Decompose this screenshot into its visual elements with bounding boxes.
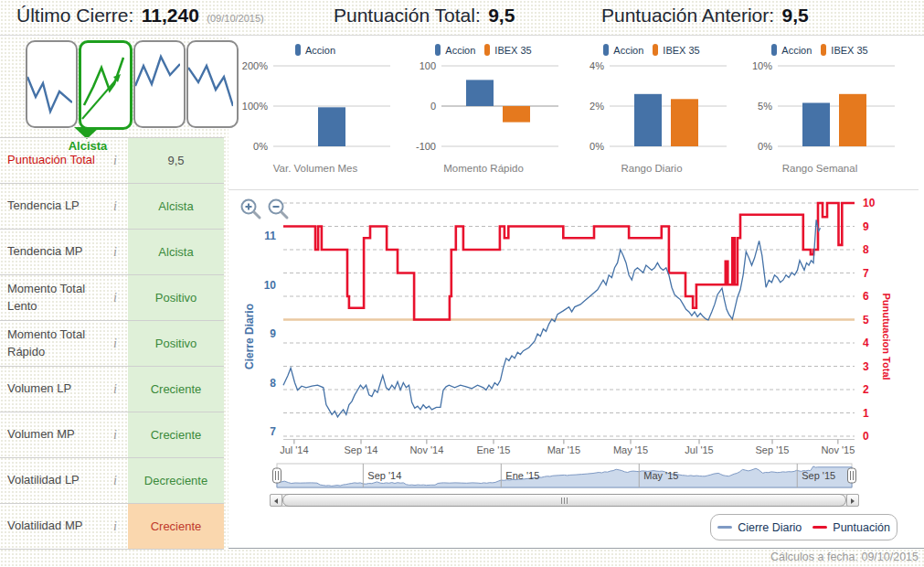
table-row: Puntuación Total i 9,5 <box>0 138 224 184</box>
x-axis-label: Nov '14 <box>409 444 443 455</box>
trend-zigzag-up-icon <box>81 43 124 122</box>
indicator-label: Momento Total Lento <box>0 281 102 316</box>
table-row: Volumen MP i Creciente <box>0 412 224 458</box>
chart-title: Rango Semanal <box>736 163 904 174</box>
right-axis-label: 2 <box>863 383 869 396</box>
info-icon[interactable]: i <box>102 428 128 443</box>
handle-grip[interactable] <box>848 468 856 483</box>
info-icon[interactable]: i <box>102 291 128 305</box>
indicator-value: Creciente <box>128 412 224 457</box>
info-icon[interactable]: i <box>102 154 128 168</box>
axis-tick-label: 0 <box>430 101 436 112</box>
handle-grip[interactable] <box>273 468 281 483</box>
trend-card-alcista[interactable] <box>79 40 133 130</box>
indicators-table: Puntuación Total i 9,5 Tendencia LP i Al… <box>0 137 224 550</box>
right-axis-label: 3 <box>863 360 869 373</box>
info-icon[interactable]: i <box>102 199 128 214</box>
info-icon[interactable]: i <box>102 519 128 534</box>
axis-tick-label: 10% <box>752 60 772 71</box>
scrollbar-left-arrow-icon[interactable] <box>270 494 282 507</box>
left-axis-label: 8 <box>270 377 276 390</box>
table-row: Tendencia MP i Alcista <box>0 230 224 275</box>
x-axis-label: Jul '15 <box>685 444 713 455</box>
axis-tick-label: 0% <box>253 141 268 152</box>
bar-ibex-35 <box>839 94 866 146</box>
legend-item-puntuación[interactable]: Puntuación <box>812 521 890 534</box>
legend-item-accion[interactable]: Accion <box>771 44 812 56</box>
legend-item-accion[interactable]: Accion <box>295 44 335 56</box>
right-axis-title: Punutuacion Total <box>881 293 892 380</box>
x-axis-label: May '15 <box>613 444 648 455</box>
info-icon[interactable]: i <box>102 382 128 397</box>
table-row: Tendencia LP i Alcista <box>0 184 224 230</box>
axis-tick-label: 4% <box>589 60 604 71</box>
navigator-right-handle[interactable] <box>848 468 856 483</box>
navigator-label: Sep '15 <box>802 470 835 481</box>
trend-card-alcista-lateral[interactable] <box>133 40 186 128</box>
legend-item-accion[interactable]: Accion <box>603 44 643 56</box>
navigator-label: May '15 <box>643 470 678 481</box>
x-axis-label: Ene '15 <box>477 444 511 455</box>
legend-item-ibex-35[interactable]: IBEX 35 <box>484 44 531 56</box>
legend-marker <box>653 44 658 56</box>
legend-marker <box>821 44 826 56</box>
chart-legend: Accion <box>231 40 399 59</box>
legend-item-ibex-35[interactable]: IBEX 35 <box>653 44 699 56</box>
legend-marker <box>295 44 301 56</box>
info-icon[interactable]: i <box>102 474 128 488</box>
last-close-label: Último Cierre: <box>16 5 133 26</box>
chart-title: Momento Rápido <box>399 163 568 174</box>
bar-chart: 0%100%200% <box>231 59 399 157</box>
indicator-value: Positivo <box>128 275 224 320</box>
previous-score-group: Puntuación Anterior: 9,5 <box>601 5 809 27</box>
legend-item-accion[interactable]: Accion <box>435 44 475 56</box>
trend-zigzag-icon <box>27 42 72 123</box>
axis-tick-label: 200% <box>242 60 268 71</box>
info-icon[interactable]: i <box>102 337 128 351</box>
mini-chart-rango-semanal: AccionIBEX 35 0%5%10% Rango Semanal <box>736 40 904 183</box>
stock-analysis-dashboard: Último Cierre: 11,240 (09/10/2015) Puntu… <box>0 0 924 567</box>
indicator-label: Volatilidad LP <box>0 472 102 489</box>
legend-marker <box>771 44 777 56</box>
trend-state-selector <box>26 40 239 130</box>
right-axis-label: 7 <box>863 267 869 280</box>
right-axis-label: 8 <box>863 243 869 256</box>
right-axis-label: 10 <box>863 197 876 209</box>
last-close-value: 11,240 <box>142 5 199 26</box>
axis-tick-label: -100 <box>416 141 436 152</box>
scrollbar-thumb[interactable] <box>282 494 846 507</box>
navigator[interactable]: Sep '14Ene '15May '15Sep '15 <box>270 463 859 492</box>
indicator-label: Volatilidad MP <box>0 518 102 535</box>
left-axis-label: 10 <box>264 279 277 292</box>
calculation-date: Cálculos a fecha: 09/10/2015 <box>770 551 919 563</box>
indicator-value: Creciente <box>128 367 224 412</box>
navigator-left-handle[interactable] <box>273 468 281 483</box>
legend-item-ibex-35[interactable]: IBEX 35 <box>821 44 867 56</box>
bar-chart: 0%5%10% <box>736 59 904 157</box>
mini-charts-row: Accion 0%100%200% Var. Volumen Mes Accio… <box>231 40 904 183</box>
bar-chart: -1000100 <box>399 59 568 157</box>
mini-chart-momento-rapido: AccionIBEX 35 -1000100 Momento Rápido <box>399 40 568 183</box>
table-row: Volumen LP i Creciente <box>0 367 224 412</box>
table-row: Momento Total Lento i Positivo <box>0 275 224 321</box>
scrollbar-right-arrow-icon[interactable] <box>846 494 859 507</box>
indicator-value: 9,5 <box>128 138 224 183</box>
axis-tick-label: 2% <box>589 101 604 112</box>
main-price-score-chart: Jul '14Sep '14Nov '14Ene '15Mar '15May '… <box>228 190 923 461</box>
indicator-label: Tendencia LP <box>0 198 102 215</box>
indicator-label: Volumen MP <box>0 426 102 444</box>
indicator-label: Tendencia MP <box>0 243 102 261</box>
total-score-value: 9,5 <box>488 5 515 26</box>
bar-accion <box>466 80 494 106</box>
right-axis-label: 0 <box>863 430 869 443</box>
legend-item-cierre-diario[interactable]: Cierre Diario <box>717 521 802 534</box>
info-icon[interactable]: i <box>102 245 128 260</box>
trend-zigzag-icon <box>135 42 180 123</box>
bar-accion <box>802 102 830 146</box>
chart-scrollbar <box>270 494 859 507</box>
trend-card-bajista-lateral[interactable] <box>26 40 78 128</box>
axis-tick-label: 0% <box>758 141 772 152</box>
last-close-group: Último Cierre: 11,240 (09/10/2015) <box>16 5 264 27</box>
indicator-value: Positivo <box>128 321 224 366</box>
right-axis-label: 5 <box>863 314 869 326</box>
